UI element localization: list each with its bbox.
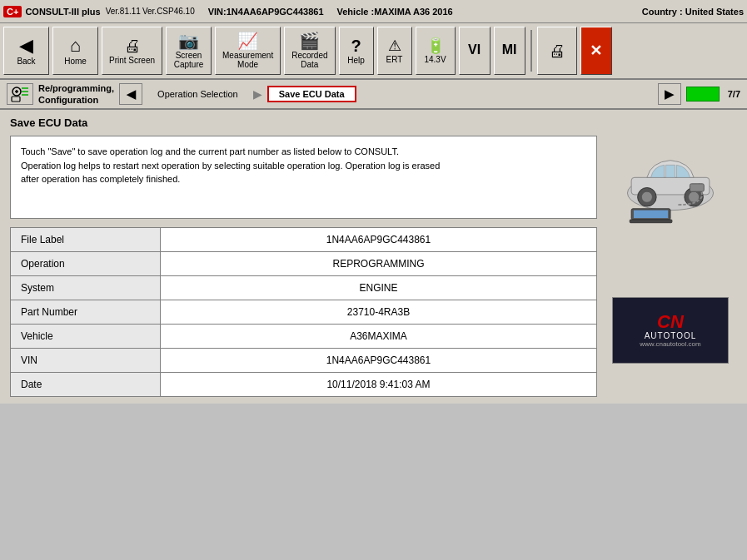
table-cell-label: File Label xyxy=(11,228,161,252)
ert-button[interactable]: ⚠ ERT xyxy=(377,27,412,75)
workflow-forward-button[interactable]: ▶ xyxy=(658,83,681,105)
back-button[interactable]: ◀ Back xyxy=(3,27,49,75)
workflow-step-save-ecu-data[interactable]: Save ECU Data xyxy=(267,86,356,102)
ert-icon: ⚠ xyxy=(388,38,401,53)
print-screen-button[interactable]: 🖨 Print Screen xyxy=(102,27,162,75)
workflow-arrow: ▶ xyxy=(253,87,262,101)
top-bar: C+ CONSULT-III plus Ver.81.11 Ver.CSP46.… xyxy=(0,0,747,23)
workflow-back-button[interactable]: ◀ xyxy=(119,83,142,105)
table-cell-value: REPROGRAMMING xyxy=(161,252,597,276)
mi-button[interactable]: MI xyxy=(494,27,525,75)
page-title: Save ECU Data xyxy=(10,116,737,129)
vin-value: 1N4AA6AP9GC443861 xyxy=(227,7,324,17)
vin-label: VIN: xyxy=(208,7,227,17)
right-panel: CN AUTOTOOL www.cnautotool.com xyxy=(604,136,737,397)
table-cell-label: VIN xyxy=(11,349,161,373)
version2: Ver.CSP46.10 xyxy=(142,7,195,16)
table-row: Date10/11/2018 9:41:03 AM xyxy=(11,373,597,397)
svg-rect-10 xyxy=(634,211,668,218)
help-button[interactable]: ? Help xyxy=(339,27,374,75)
vehicle-value: MAXIMA A36 2016 xyxy=(374,7,453,17)
close-icon: ✕ xyxy=(590,43,602,58)
back-label: Back xyxy=(17,57,35,66)
table-body: File Label1N4AA6AP9GC443861OperationREPR… xyxy=(11,228,597,397)
table-cell-value: 23710-4RA3B xyxy=(161,300,597,325)
table-cell-label: Date xyxy=(11,373,161,397)
workflow-bar: Re/programming,Configuration ◀ Operation… xyxy=(0,80,747,110)
country-info: Country : United States xyxy=(642,7,744,17)
screen-capture-button[interactable]: 📷 ScreenCapture xyxy=(166,27,212,75)
svg-rect-1 xyxy=(12,97,20,102)
print2-icon: 🖨 xyxy=(549,42,565,59)
app-title: CONSULT-III plus xyxy=(25,7,100,17)
table-row: OperationREPROGRAMMING xyxy=(11,252,597,276)
ert-label: ERT xyxy=(386,55,403,64)
table-row: VehicleA36MAXIMA xyxy=(11,325,597,349)
car-illustration xyxy=(608,136,733,227)
table-cell-label: System xyxy=(11,276,161,300)
help-label: Help xyxy=(347,56,365,65)
app-logo: C+ xyxy=(3,6,22,17)
table-row: VIN1N4AA6AP9GC443861 xyxy=(11,349,597,373)
toolbar-divider xyxy=(530,30,532,72)
autotool-text: AUTOTOOL xyxy=(645,331,697,340)
svg-rect-11 xyxy=(690,184,704,191)
close-button[interactable]: ✕ xyxy=(580,27,612,75)
home-icon: ⌂ xyxy=(70,37,81,55)
workflow-step-operation-selection[interactable]: Operation Selection xyxy=(147,87,248,101)
cn-autotool-logo: CN AUTOTOOL www.cnautotool.com xyxy=(612,297,729,364)
table-row: SystemENGINE xyxy=(11,276,597,300)
progress-label: 7/7 xyxy=(728,89,740,99)
vi-button[interactable]: VI xyxy=(459,27,491,75)
data-table: File Label1N4AA6AP9GC443861OperationREPR… xyxy=(10,227,597,397)
voltage-button[interactable]: 🔋 14.3V xyxy=(416,27,456,75)
print2-button[interactable]: 🖨 xyxy=(537,27,577,75)
mi-icon: MI xyxy=(502,43,517,57)
svg-rect-9 xyxy=(630,220,672,223)
workflow-config-label: Re/programming,Configuration xyxy=(38,82,114,107)
table-row: File Label1N4AA6AP9GC443861 xyxy=(11,228,597,252)
measurement-mode-button[interactable]: 📈 MeasurementMode xyxy=(215,27,281,75)
camera-icon: 📷 xyxy=(178,32,199,49)
home-label: Home xyxy=(64,57,87,66)
battery-icon: 🔋 xyxy=(426,38,445,53)
measurement-label: MeasurementMode xyxy=(222,51,273,69)
back-icon: ◀ xyxy=(19,37,33,55)
help-icon: ? xyxy=(351,37,361,54)
home-button[interactable]: ⌂ Home xyxy=(52,27,98,75)
cn-brand-text: CN xyxy=(657,313,684,331)
svg-point-5 xyxy=(641,191,652,202)
info-box: Touch "Save" to save operation log and t… xyxy=(10,136,597,219)
table-cell-value: A36MAXIMA xyxy=(161,325,597,349)
info-text: Touch "Save" to save operation log and t… xyxy=(21,146,440,184)
table-cell-label: Operation xyxy=(11,252,161,276)
printer-icon: 🖨 xyxy=(124,37,141,54)
vi-icon: VI xyxy=(468,43,481,57)
table-cell-value: 10/11/2018 9:41:03 AM xyxy=(161,373,597,397)
left-panel: Touch "Save" to save operation log and t… xyxy=(10,136,597,397)
table-cell-value: ENGINE xyxy=(161,276,597,300)
table-cell-label: Part Number xyxy=(11,300,161,325)
table-row: Part Number23710-4RA3B xyxy=(11,300,597,325)
table-cell-value: 1N4AA6AP9GC443861 xyxy=(161,349,597,373)
recorded-data-button[interactable]: 🎬 RecordedData xyxy=(284,27,335,75)
table-cell-value: 1N4AA6AP9GC443861 xyxy=(161,228,597,252)
content-area: Touch "Save" to save operation log and t… xyxy=(10,136,737,397)
toolbar: ◀ Back ⌂ Home 🖨 Print Screen 📷 ScreenCap… xyxy=(0,23,747,80)
print-label: Print Screen xyxy=(109,56,155,65)
table-cell-label: Vehicle xyxy=(11,325,161,349)
recorded-icon: 🎬 xyxy=(299,32,320,49)
vehicle-label: Vehicle : xyxy=(337,7,375,17)
voltage-label: 14.3V xyxy=(424,55,446,64)
main-content: Save ECU Data Touch "Save" to save opera… xyxy=(0,110,747,404)
website-text: www.cnautotool.com xyxy=(640,340,700,348)
version1: Ver.81.11 xyxy=(106,7,141,16)
recorded-label: RecordedData xyxy=(291,51,327,69)
measurement-icon: 📈 xyxy=(237,32,258,49)
progress-indicator xyxy=(686,87,720,102)
config-icon xyxy=(7,83,33,105)
screen-capture-label: ScreenCapture xyxy=(174,51,204,69)
